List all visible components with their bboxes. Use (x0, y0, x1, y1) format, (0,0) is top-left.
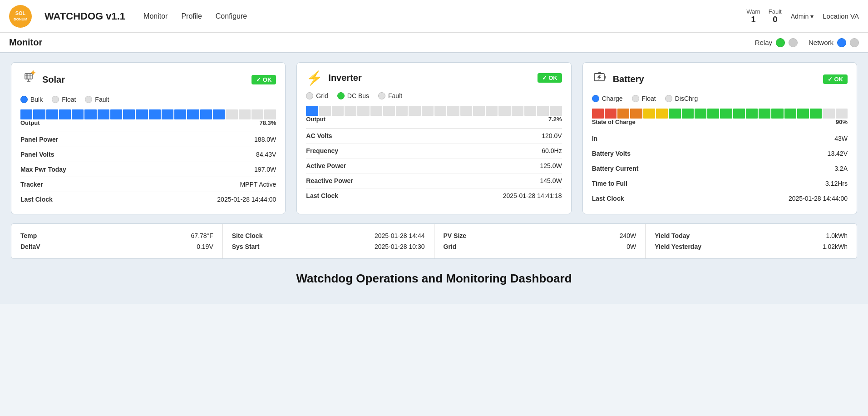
bottom-label-1-1: Sys Start (232, 243, 260, 250)
solar-label-1: Panel Volts (20, 151, 54, 158)
nav-monitor[interactable]: Monitor (143, 10, 168, 22)
inverter-value-4: 2025-01-28 14:41:18 (503, 192, 562, 199)
inverter-icon: ⚡ (306, 70, 323, 86)
bottom-strip: Temp 67.78°F DeltaV 0.19V Site Clock 202… (11, 223, 857, 259)
svg-point-11 (32, 71, 35, 74)
solar-data-table: Panel Power 188.0W Panel Volts 84.43V Ma… (20, 132, 276, 207)
battery-ok-badge: ✓ OK (823, 74, 848, 84)
bottom-row-3-1: Yield Yesterday 1.02kWh (655, 241, 848, 252)
warn-fault-group: Warn 1 Fault 0 (746, 8, 781, 25)
solar-title: Solar (42, 74, 65, 85)
solar-bulk-status: Bulk (20, 96, 43, 103)
solar-row-2: Max Pwr Today 197.0W (20, 162, 276, 177)
bottom-section-3: Yield Today 1.0kWh Yield Yesterday 1.02k… (646, 224, 857, 258)
inverter-row-0: AC Volts 120.0V (306, 129, 562, 144)
battery-label-2: Battery Current (592, 165, 639, 172)
battery-float-dot (632, 95, 639, 102)
bottom-section-0: Temp 67.78°F DeltaV 0.19V (11, 224, 223, 258)
solar-row-4: Last Clock 2025-01-28 14:44:00 (20, 192, 276, 207)
relay-dot-off (789, 38, 798, 47)
solar-float-dot (52, 96, 59, 103)
solar-value-0: 188.0W (254, 136, 276, 143)
nav-configure[interactable]: Configure (216, 10, 247, 22)
relay-network: Relay Network (755, 38, 859, 47)
battery-charge-status: Charge (592, 95, 623, 102)
inverter-label-2: Active Power (306, 162, 346, 169)
solar-progress: Output 78.3% (20, 109, 276, 126)
battery-icon (592, 70, 607, 89)
battery-progress: State of Charge 90% (592, 109, 848, 125)
network-dot-off (850, 38, 859, 47)
solar-value-1: 84.43V (256, 151, 276, 158)
bottom-row-2-1: Grid 0W (444, 241, 636, 252)
inverter-label-0: AC Volts (306, 132, 332, 139)
monitor-header: Monitor Relay Network (0, 33, 868, 53)
inverter-label-1: Frequency (306, 147, 338, 154)
battery-data-table: In 43W Battery Volts 13.42V Battery Curr… (592, 131, 848, 206)
battery-dischrg-label: DisChrg (675, 95, 698, 102)
app-header: SOL DONUM WATCHDOG v1.1 Monitor Profile … (0, 0, 868, 33)
battery-dischrg-dot (665, 95, 672, 102)
solar-value-4: 2025-01-28 14:44:00 (217, 196, 276, 203)
bottom-label-2-1: Grid (444, 243, 457, 250)
bottom-label-0-0: Temp (20, 232, 37, 239)
inverter-value-1: 60.0Hz (542, 147, 562, 154)
network-label: Network (809, 39, 833, 46)
main-content: Solar ✓ OK Bulk Float Fault (0, 53, 868, 304)
inverter-fault-label: Fault (388, 92, 402, 99)
fault-item: Fault 0 (769, 8, 782, 25)
nav-profile[interactable]: Profile (181, 10, 202, 22)
solar-output-pct: 78.3% (259, 119, 276, 126)
inverter-output-pct: 7.2% (548, 116, 562, 123)
bottom-row-0-1: DeltaV 0.19V (20, 241, 213, 252)
battery-card: Battery ✓ OK Charge Float DisChrg (582, 62, 857, 214)
solar-card: Solar ✓ OK Bulk Float Fault (11, 62, 286, 214)
solar-float-status: Float (52, 96, 76, 103)
battery-value-2: 3.2A (834, 165, 848, 172)
battery-row-1: Battery Volts 13.42V (592, 146, 848, 161)
solar-row-0: Panel Power 188.0W (20, 132, 276, 147)
bottom-label-3-1: Yield Yesterday (655, 243, 701, 250)
battery-charge-dot (592, 95, 599, 102)
svg-rect-3 (25, 74, 32, 79)
warn-value: 1 (751, 15, 755, 25)
admin-button[interactable]: Admin ▾ (791, 13, 814, 20)
svg-rect-17 (604, 76, 606, 79)
inverter-fault-dot (378, 92, 385, 99)
solar-fault-status: Fault (85, 96, 109, 103)
solar-float-label: Float (62, 96, 76, 103)
inverter-label-3: Reactive Power (306, 177, 353, 184)
bottom-row-3-0: Yield Today 1.0kWh (655, 230, 848, 241)
app-title: WATCHDOG v1.1 (44, 10, 125, 22)
bottom-section-2: PV Size 240W Grid 0W (434, 224, 646, 258)
battery-card-header: Battery ✓ OK (592, 70, 848, 89)
bottom-label-2-0: PV Size (444, 232, 467, 239)
solar-fault-label: Fault (95, 96, 109, 103)
bottom-row-0-0: Temp 67.78°F (20, 230, 213, 241)
battery-charge-label: Charge (602, 95, 623, 102)
inverter-status-row: Grid DC Bus Fault (306, 92, 562, 99)
inverter-output-label: Output (306, 116, 326, 123)
inverter-fault-status: Fault (378, 92, 402, 99)
battery-value-3: 3.12Hrs (825, 180, 848, 187)
footer-title: Watchdog Operations and Monitoring Dashb… (11, 272, 857, 295)
solar-label-4: Last Clock (20, 196, 53, 203)
bottom-value-0-0: 67.78°F (191, 232, 213, 239)
battery-label-3: Time to Full (592, 180, 627, 187)
logo: SOL DONUM (9, 5, 32, 28)
solar-title-area: Solar (20, 70, 65, 89)
inverter-title: Inverter (328, 73, 361, 83)
cards-row: Solar ✓ OK Bulk Float Fault (11, 62, 857, 214)
bottom-row-2-0: PV Size 240W (444, 230, 636, 241)
battery-bar (592, 109, 848, 119)
solar-status-row: Bulk Float Fault (20, 96, 276, 103)
network-dot-on (837, 38, 846, 47)
bottom-value-0-1: 0.19V (197, 243, 213, 250)
header-right: Warn 1 Fault 0 Admin ▾ Location VA (746, 8, 859, 25)
bottom-label-3-0: Yield Today (655, 232, 690, 239)
inverter-dcbus-label: DC Bus (347, 92, 369, 99)
bottom-value-1-0: 2025-01-28 14:44 (375, 232, 425, 239)
bottom-row-1-1: Sys Start 2025-01-28 10:30 (232, 241, 425, 252)
battery-title-area: Battery (592, 70, 644, 89)
solar-row-1: Panel Volts 84.43V (20, 147, 276, 162)
